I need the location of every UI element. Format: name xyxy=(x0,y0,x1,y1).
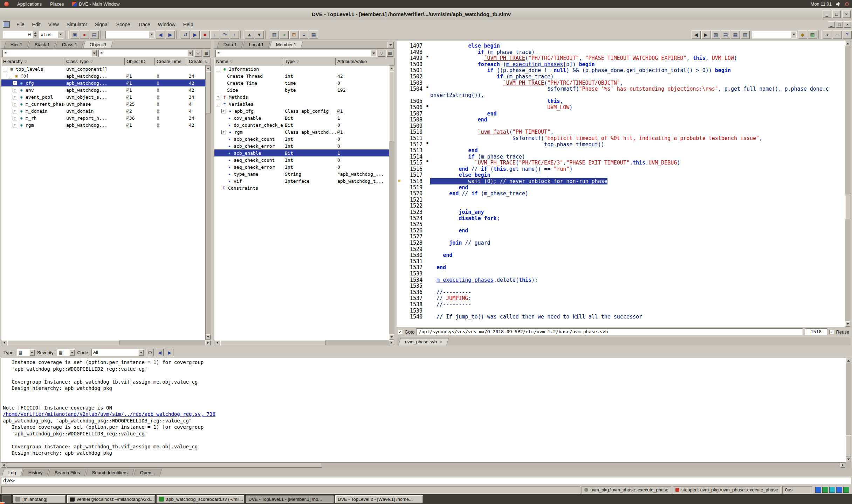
tab-data-1[interactable]: Data.1 xyxy=(217,41,243,48)
show-desktop-button[interactable] xyxy=(2,495,11,503)
code-text[interactable]: else begin xyxy=(430,172,845,178)
record-icon[interactable]: ● xyxy=(80,30,89,39)
line-number[interactable]: 1516 xyxy=(403,166,425,172)
expand-icon[interactable]: + xyxy=(13,102,17,106)
code-text[interactable]: end xyxy=(430,184,845,191)
source-code-line[interactable]: 1514 if (m_phase_trace) xyxy=(397,154,845,160)
time-spinner[interactable] xyxy=(33,31,38,38)
tree-row[interactable]: +◉m_current_phaseuvm_phase@2504 xyxy=(1,100,211,107)
save-session-icon[interactable]: ▣ xyxy=(70,30,79,39)
code-text[interactable]: end xyxy=(430,227,845,234)
class-filter-input[interactable]: * xyxy=(98,50,193,57)
expand-icon[interactable]: + xyxy=(13,88,17,92)
line-number[interactable]: 1513 xyxy=(403,147,425,154)
line-number[interactable]: 1514 xyxy=(403,154,425,160)
source-code-line[interactable]: 1516 end // if (this.get_name() == "run"… xyxy=(397,166,845,172)
collapse-icon[interactable]: - xyxy=(216,102,220,106)
maximize-button[interactable]: □ xyxy=(832,10,841,18)
source-code-line[interactable]: 1530 end xyxy=(397,252,845,258)
line-number[interactable]: 1503 xyxy=(403,80,425,86)
volume-icon[interactable] xyxy=(835,1,841,7)
line-number[interactable]: 1521 xyxy=(403,197,425,203)
scroll-thumb[interactable] xyxy=(845,195,850,219)
source-code-line[interactable]: 1506■ UVM_LOW) xyxy=(397,104,845,111)
member-filter-dropdown-icon[interactable] xyxy=(371,50,376,56)
scroll-up-button[interactable] xyxy=(206,66,211,71)
mdi-system-menu-icon[interactable] xyxy=(3,21,10,28)
source-code-line[interactable]: 1512■ top.phase_timeout)) xyxy=(397,141,845,148)
next-message-icon[interactable]: ▶ xyxy=(166,349,173,356)
code-text[interactable]: `UVM_PH_TRACE("PH/TRC/EXE/3","PHASE EXIT… xyxy=(430,160,845,166)
column-header-object-id[interactable]: Object ID xyxy=(125,58,155,65)
task-button-verifier-localhost-milanotang-v2xl[interactable]: verifier@localhost:~/milanotang/v2xl... xyxy=(67,495,155,503)
line-number[interactable]: 1539 xyxy=(403,308,425,314)
tree-row[interactable]: +◉event_pooluvm_object_s...@1034 xyxy=(1,93,211,100)
source-code-line[interactable]: 1505 this, xyxy=(397,98,845,104)
column-header-name[interactable]: Name▽ xyxy=(214,58,283,65)
code-text[interactable]: this, xyxy=(430,98,845,104)
reuse-checkbox[interactable]: ✓ xyxy=(829,330,834,334)
log-vscrollbar[interactable] xyxy=(846,358,851,468)
member-row[interactable]: ▪type_nameString"apb_watchdog_... xyxy=(214,170,394,177)
source-code-line[interactable]: 1519 end xyxy=(397,184,845,191)
member-row[interactable]: ▪scb_check_errorInt0 xyxy=(214,142,394,149)
expand-icon[interactable]: + xyxy=(13,116,17,120)
zoom-out-icon[interactable]: − xyxy=(833,30,842,39)
line-number[interactable]: 1509 xyxy=(403,123,425,129)
code-text[interactable]: join // guard xyxy=(430,240,845,246)
type-select[interactable]: ▦ xyxy=(17,349,35,356)
child-maximize-button[interactable]: □ xyxy=(836,21,843,28)
code-text[interactable]: `UVM_PH_TRACE("PH/TRC/TIMEOUT", "PHASE T… xyxy=(430,55,845,61)
scroll-right-button[interactable] xyxy=(205,340,211,345)
line-number[interactable]: 1510 xyxy=(403,129,425,135)
code-text[interactable]: onvert2string()), xyxy=(430,92,845,98)
panel-menu-icon[interactable] xyxy=(387,42,394,48)
scroll-up-button[interactable] xyxy=(389,66,394,71)
scroll-down-button[interactable] xyxy=(389,334,394,340)
line-number[interactable]: 1512 xyxy=(403,141,425,148)
code-text[interactable]: foreach (m_executing_phases[p]) begin xyxy=(430,61,845,68)
tab-hier-1[interactable]: Hier.1 xyxy=(4,41,29,48)
schematic-icon[interactable]: ⊞ xyxy=(289,30,298,39)
line-number[interactable]: 1499 xyxy=(403,55,425,61)
hierarchy-filter-dropdown-icon[interactable] xyxy=(91,50,97,56)
member-columns-icon[interactable]: ▦ xyxy=(386,50,393,57)
member-row[interactable]: ▪vifInterfaceapb_watchdog_t... xyxy=(214,177,394,184)
prev-scope-icon[interactable]: ▲ xyxy=(245,30,254,39)
column-header-create-time[interactable]: Create Time xyxy=(155,58,187,65)
tab-member-1[interactable]: Member.1 xyxy=(269,41,303,48)
command-input[interactable]: dve> xyxy=(1,477,851,484)
source-code-view[interactable]: 1497 else begin1498 if (m_phase_trace)14… xyxy=(397,41,851,327)
member-row[interactable]: +ƒMethods xyxy=(214,93,394,100)
code-text[interactable]: if (m_phase_trace) xyxy=(430,154,845,160)
member-row[interactable]: Create Threadint42 xyxy=(214,72,394,79)
step-icon[interactable]: ↓ xyxy=(210,30,219,39)
collapse-icon[interactable]: - xyxy=(3,67,7,71)
member-row[interactable]: ▪seq_check_countInt0 xyxy=(214,156,394,163)
code-text[interactable] xyxy=(430,197,845,203)
tree-row[interactable]: +◉cfgapb_watchdog...@1042 xyxy=(1,79,211,86)
source-code-line[interactable]: 1527 xyxy=(397,233,845,240)
help-icon[interactable]: ? xyxy=(843,30,852,39)
member-hscrollbar[interactable] xyxy=(214,340,394,345)
line-number[interactable]: 1524 xyxy=(403,215,425,222)
menu-window[interactable]: Window xyxy=(154,20,179,29)
code-text[interactable] xyxy=(430,233,845,240)
code-text[interactable]: // JUMPING: xyxy=(430,295,845,301)
source-icon[interactable]: ≡ xyxy=(299,30,308,39)
line-number[interactable]: 1506 xyxy=(403,104,425,111)
source-code-line[interactable]: 1515■ `UVM_PH_TRACE("PH/TRC/EXE/3","PHAS… xyxy=(397,160,845,166)
movie-icon[interactable]: ▤ xyxy=(90,30,99,39)
tree-row[interactable]: +◉m_rhuvm_report_h...@36034 xyxy=(1,114,211,121)
column-header-attribute-value[interactable]: Attribute/Value xyxy=(336,58,394,65)
line-number[interactable]: 1530 xyxy=(403,252,425,258)
annotate-icon[interactable]: ▨ xyxy=(808,30,817,39)
task-button-dve-toplevel-1-member-1-ho[interactable]: DVE - TopLevel.1 - [Member.1] /ho... xyxy=(246,495,334,503)
scroll-thumb[interactable] xyxy=(206,71,211,113)
member-row[interactable]: -◉Information xyxy=(214,65,394,72)
scroll-down-button[interactable] xyxy=(845,321,850,327)
line-number[interactable]: 1535 xyxy=(403,283,425,289)
scroll-thumb[interactable] xyxy=(846,435,851,456)
class-filter-dropdown-icon[interactable] xyxy=(187,50,193,56)
severity-dropdown-icon[interactable] xyxy=(69,349,75,356)
